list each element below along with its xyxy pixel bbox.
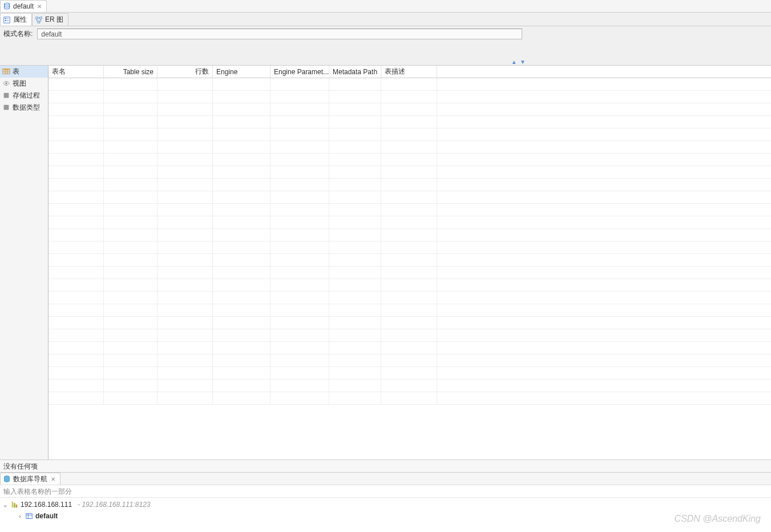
sidebar-item-views[interactable]: 视图 [0,78,48,90]
tree-schema[interactable]: › default [0,510,771,522]
table-row [49,292,771,304]
svg-rect-10 [3,69,10,71]
main-area: 表 视图 存储过程 数据类型 ▲ ▼ 表名 Table size 行数 E [0,65,771,460]
svg-rect-7 [40,17,42,19]
table-row [49,279,771,292]
col-table-size[interactable]: Table size [104,66,158,78]
table-row [49,241,771,254]
navigator-panel: 数据库导航 ✕ 输入表格名称的一部分 ⌄ 192.168.168.111 - 1… [0,472,771,532]
svg-point-14 [5,82,7,84]
svg-rect-19 [14,503,15,507]
table-row [49,229,771,241]
chevron-down-icon[interactable]: ⌄ [2,502,8,508]
connection-detail: - 192.168.168.111:8123 [78,501,150,509]
table-area: ▲ ▼ 表名 Table size 行数 Engine Engine Param… [49,66,771,460]
col-rows[interactable]: 行数 [158,66,213,78]
editor-tabbar: default ✕ [0,0,771,13]
close-icon[interactable]: ✕ [51,476,55,482]
view-icon [2,79,10,87]
col-engine[interactable]: Engine [213,66,271,78]
navigator-tabbar: 数据库导航 ✕ [0,473,771,485]
table-row [49,392,771,405]
er-diagram-icon [35,16,43,24]
navigator-tree: ⌄ 192.168.168.111 - 192.168.168.111:8123… [0,498,771,532]
subtab-label: 属性 [13,15,27,25]
sidebar-label: 表 [13,67,19,76]
sidebar-label: 存储过程 [13,91,40,100]
table-row [49,216,771,229]
subtab-label: ER 图 [45,15,63,25]
table-row [49,304,771,317]
status-bar: 没有任何项 [0,460,771,472]
schema-name-label: 模式名称: [3,29,33,39]
tab-database-navigator[interactable]: 数据库导航 ✕ [0,473,60,485]
svg-rect-21 [26,514,33,519]
close-icon[interactable]: ✕ [37,3,42,10]
table-row [49,254,771,267]
col-engine-params[interactable]: Engine Paramet... [271,66,329,78]
schema-name-row: 模式名称: default [0,26,771,41]
table-row [49,380,771,392]
svg-point-0 [5,3,10,5]
svg-rect-6 [36,17,38,19]
table-row [49,329,771,342]
svg-rect-2 [5,18,7,19]
table-row [49,367,771,380]
table-row [49,267,771,279]
sidebar-item-tables[interactable]: 表 [0,66,48,78]
properties-icon [3,16,11,24]
navigator-filter[interactable]: 输入表格名称的一部分 [0,485,771,498]
table-row [49,91,771,103]
col-metadata-path[interactable]: Metadata Path [329,66,381,78]
svg-rect-4 [7,18,9,19]
nav-tab-label: 数据库导航 [13,474,47,484]
table-row [49,342,771,354]
spacer [0,41,771,65]
table-icon [2,67,10,75]
object-type-sidebar: 表 视图 存储过程 数据类型 [0,66,49,460]
connection-icon [10,501,18,509]
tab-properties[interactable]: 属性 [0,13,32,26]
connection-host: 192.168.168.111 [21,501,72,509]
table-row [49,166,771,179]
col-desc[interactable]: 表描述 [381,66,437,78]
sort-arrows[interactable]: ▲ ▼ [511,59,526,65]
tree-connection[interactable]: ⌄ 192.168.168.111 - 192.168.168.111:8123 [0,499,771,510]
sidebar-label: 数据类型 [13,103,40,112]
svg-rect-8 [38,21,40,23]
chevron-right-icon[interactable]: › [17,513,23,519]
table-row [49,78,771,91]
sidebar-item-datatypes[interactable]: 数据类型 [0,102,48,114]
table-row [49,154,771,166]
database-icon [3,475,11,483]
table-row [49,103,771,116]
svg-rect-18 [12,502,14,508]
table-row [49,317,771,329]
svg-rect-20 [16,505,18,507]
sidebar-item-procedures[interactable]: 存储过程 [0,90,48,102]
svg-rect-5 [7,20,9,21]
table-row [49,128,771,141]
tab-er-diagram[interactable]: ER 图 [32,13,68,26]
database-icon [3,2,11,10]
tab-default[interactable]: default ✕ [0,0,47,12]
table-row [49,204,771,216]
col-table-name[interactable]: 表名 [49,66,104,78]
schema-name: default [35,512,58,520]
svg-rect-16 [4,105,9,110]
editor-subtabs: 属性 ER 图 [0,13,771,26]
table-body[interactable] [49,78,771,460]
table-row [49,354,771,367]
datatype-icon [2,103,10,111]
table-row [49,141,771,154]
table-header: 表名 Table size 行数 Engine Engine Paramet..… [49,66,771,78]
schema-name-field[interactable]: default [37,29,522,39]
svg-rect-15 [4,93,9,98]
table-row [49,116,771,128]
procedure-icon [2,91,10,99]
svg-rect-3 [5,20,7,21]
table-row [49,179,771,191]
schema-icon [25,512,33,520]
sidebar-label: 视图 [13,79,26,88]
tab-label: default [13,2,34,10]
